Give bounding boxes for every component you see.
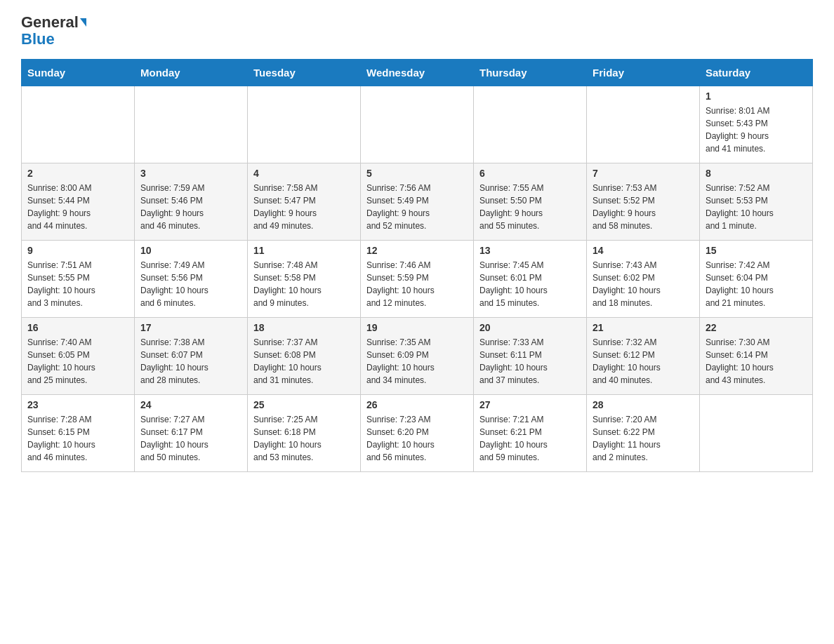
day-number: 16: [27, 322, 128, 333]
day-info: Sunrise: 7:25 AM Sunset: 6:18 PM Dayligh…: [253, 413, 355, 464]
day-number: 7: [593, 168, 694, 179]
calendar-table: SundayMondayTuesdayWednesdayThursdayFrid…: [21, 59, 813, 472]
calendar-day-cell: [474, 86, 587, 163]
day-number: 23: [27, 399, 128, 410]
calendar-day-cell: 11Sunrise: 7:48 AM Sunset: 5:58 PM Dayli…: [248, 241, 361, 318]
day-number: 4: [253, 168, 355, 179]
calendar-day-cell: 17Sunrise: 7:38 AM Sunset: 6:07 PM Dayli…: [135, 318, 248, 395]
day-number: 20: [479, 322, 581, 333]
calendar-day-cell: 10Sunrise: 7:49 AM Sunset: 5:56 PM Dayli…: [135, 241, 248, 318]
day-number: 1: [706, 90, 807, 102]
calendar-day-cell: [135, 86, 248, 163]
day-info: Sunrise: 7:20 AM Sunset: 6:22 PM Dayligh…: [593, 413, 694, 464]
calendar-day-cell: 22Sunrise: 7:30 AM Sunset: 6:14 PM Dayli…: [700, 318, 813, 395]
day-number: 17: [140, 322, 241, 333]
calendar-day-cell: 15Sunrise: 7:42 AM Sunset: 6:04 PM Dayli…: [700, 241, 813, 318]
calendar-day-cell: [22, 86, 135, 163]
weekday-header: Sunday: [22, 60, 135, 86]
day-info: Sunrise: 7:46 AM Sunset: 5:59 PM Dayligh…: [366, 259, 468, 309]
day-number: 26: [366, 399, 468, 410]
day-info: Sunrise: 7:27 AM Sunset: 6:17 PM Dayligh…: [140, 413, 241, 464]
calendar-day-cell: 26Sunrise: 7:23 AM Sunset: 6:20 PM Dayli…: [361, 395, 474, 472]
day-info: Sunrise: 7:42 AM Sunset: 6:04 PM Dayligh…: [706, 259, 807, 309]
day-number: 28: [593, 399, 694, 410]
day-info: Sunrise: 7:32 AM Sunset: 6:12 PM Dayligh…: [593, 336, 694, 387]
calendar-day-cell: 19Sunrise: 7:35 AM Sunset: 6:09 PM Dayli…: [361, 318, 474, 395]
day-info: Sunrise: 7:28 AM Sunset: 6:15 PM Dayligh…: [27, 413, 128, 464]
day-info: Sunrise: 7:33 AM Sunset: 6:11 PM Dayligh…: [479, 336, 581, 387]
day-number: 25: [253, 399, 355, 410]
day-number: 27: [479, 399, 581, 410]
day-number: 22: [706, 322, 807, 333]
calendar-day-cell: 18Sunrise: 7:37 AM Sunset: 6:08 PM Dayli…: [248, 318, 361, 395]
calendar-day-cell: 7Sunrise: 7:53 AM Sunset: 5:52 PM Daylig…: [587, 163, 700, 241]
day-info: Sunrise: 7:37 AM Sunset: 6:08 PM Dayligh…: [253, 336, 355, 387]
day-info: Sunrise: 7:21 AM Sunset: 6:21 PM Dayligh…: [479, 413, 581, 464]
day-info: Sunrise: 7:53 AM Sunset: 5:52 PM Dayligh…: [593, 182, 694, 232]
day-info: Sunrise: 7:59 AM Sunset: 5:46 PM Dayligh…: [140, 182, 241, 232]
calendar-day-cell: 21Sunrise: 7:32 AM Sunset: 6:12 PM Dayli…: [587, 318, 700, 395]
calendar-day-cell: 4Sunrise: 7:58 AM Sunset: 5:47 PM Daylig…: [248, 163, 361, 241]
day-number: 2: [27, 168, 128, 179]
day-info: Sunrise: 7:49 AM Sunset: 5:56 PM Dayligh…: [140, 259, 241, 309]
day-number: 15: [706, 245, 807, 256]
day-number: 13: [479, 245, 581, 256]
day-number: 19: [366, 322, 468, 333]
day-number: 6: [479, 168, 581, 179]
day-number: 5: [366, 168, 468, 179]
weekday-header-row: SundayMondayTuesdayWednesdayThursdayFrid…: [22, 60, 813, 86]
logo-blue: Blue: [21, 31, 55, 48]
calendar-day-cell: 25Sunrise: 7:25 AM Sunset: 6:18 PM Dayli…: [248, 395, 361, 472]
calendar-day-cell: 8Sunrise: 7:52 AM Sunset: 5:53 PM Daylig…: [700, 163, 813, 241]
day-info: Sunrise: 7:40 AM Sunset: 6:05 PM Dayligh…: [27, 336, 128, 387]
calendar-day-cell: 12Sunrise: 7:46 AM Sunset: 5:59 PM Dayli…: [361, 241, 474, 318]
day-info: Sunrise: 8:01 AM Sunset: 5:43 PM Dayligh…: [706, 105, 807, 155]
weekday-header: Thursday: [474, 60, 587, 86]
logo: General Blue: [21, 14, 86, 48]
day-number: 11: [253, 245, 355, 256]
day-info: Sunrise: 7:56 AM Sunset: 5:49 PM Dayligh…: [366, 182, 468, 232]
calendar-day-cell: 9Sunrise: 7:51 AM Sunset: 5:55 PM Daylig…: [22, 241, 135, 318]
calendar-day-cell: [361, 86, 474, 163]
calendar-week-row: 9Sunrise: 7:51 AM Sunset: 5:55 PM Daylig…: [22, 241, 813, 318]
calendar-day-cell: 23Sunrise: 7:28 AM Sunset: 6:15 PM Dayli…: [22, 395, 135, 472]
weekday-header: Tuesday: [248, 60, 361, 86]
calendar-day-cell: 13Sunrise: 7:45 AM Sunset: 6:01 PM Dayli…: [474, 241, 587, 318]
day-number: 9: [27, 245, 128, 256]
day-info: Sunrise: 7:55 AM Sunset: 5:50 PM Dayligh…: [479, 182, 581, 232]
weekday-header: Saturday: [700, 60, 813, 86]
day-number: 3: [140, 168, 241, 179]
calendar-day-cell: 2Sunrise: 8:00 AM Sunset: 5:44 PM Daylig…: [22, 163, 135, 241]
day-info: Sunrise: 8:00 AM Sunset: 5:44 PM Dayligh…: [27, 182, 128, 232]
calendar-day-cell: 16Sunrise: 7:40 AM Sunset: 6:05 PM Dayli…: [22, 318, 135, 395]
day-info: Sunrise: 7:45 AM Sunset: 6:01 PM Dayligh…: [479, 259, 581, 309]
calendar-day-cell: 6Sunrise: 7:55 AM Sunset: 5:50 PM Daylig…: [474, 163, 587, 241]
day-info: Sunrise: 7:23 AM Sunset: 6:20 PM Dayligh…: [366, 413, 468, 464]
day-number: 24: [140, 399, 241, 410]
logo-general: General: [21, 14, 79, 31]
weekday-header: Wednesday: [361, 60, 474, 86]
day-info: Sunrise: 7:51 AM Sunset: 5:55 PM Dayligh…: [27, 259, 128, 309]
calendar-week-row: 2Sunrise: 8:00 AM Sunset: 5:44 PM Daylig…: [22, 163, 813, 241]
calendar-day-cell: 14Sunrise: 7:43 AM Sunset: 6:02 PM Dayli…: [587, 241, 700, 318]
calendar-week-row: 1Sunrise: 8:01 AM Sunset: 5:43 PM Daylig…: [22, 86, 813, 163]
day-info: Sunrise: 7:43 AM Sunset: 6:02 PM Dayligh…: [593, 259, 694, 309]
day-info: Sunrise: 7:58 AM Sunset: 5:47 PM Dayligh…: [253, 182, 355, 232]
day-number: 21: [593, 322, 694, 333]
calendar-day-cell: 5Sunrise: 7:56 AM Sunset: 5:49 PM Daylig…: [361, 163, 474, 241]
day-info: Sunrise: 7:48 AM Sunset: 5:58 PM Dayligh…: [253, 259, 355, 309]
calendar-day-cell: [700, 395, 813, 472]
day-number: 18: [253, 322, 355, 333]
calendar-week-row: 23Sunrise: 7:28 AM Sunset: 6:15 PM Dayli…: [22, 395, 813, 472]
calendar-week-row: 16Sunrise: 7:40 AM Sunset: 6:05 PM Dayli…: [22, 318, 813, 395]
day-number: 14: [593, 245, 694, 256]
calendar-day-cell: 1Sunrise: 8:01 AM Sunset: 5:43 PM Daylig…: [700, 86, 813, 163]
page-header: General Blue: [21, 14, 813, 48]
logo-arrow-icon: [80, 18, 86, 27]
calendar-day-cell: 27Sunrise: 7:21 AM Sunset: 6:21 PM Dayli…: [474, 395, 587, 472]
calendar-day-cell: 3Sunrise: 7:59 AM Sunset: 5:46 PM Daylig…: [135, 163, 248, 241]
day-info: Sunrise: 7:52 AM Sunset: 5:53 PM Dayligh…: [706, 182, 807, 232]
day-info: Sunrise: 7:30 AM Sunset: 6:14 PM Dayligh…: [706, 336, 807, 387]
weekday-header: Monday: [135, 60, 248, 86]
day-number: 8: [706, 168, 807, 179]
